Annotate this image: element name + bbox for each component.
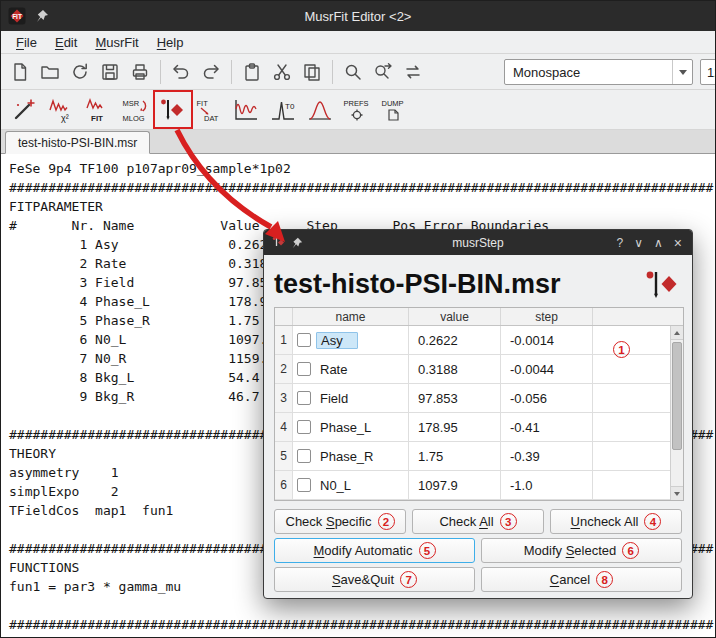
svg-text:MSR: MSR: [122, 99, 139, 108]
row-checkbox[interactable]: [297, 449, 311, 463]
musrview-button[interactable]: [229, 93, 263, 127]
pin-icon[interactable]: [35, 9, 49, 23]
main-toolbar: Monospace 12: [1, 54, 715, 90]
param-step-cell[interactable]: -0.0044: [501, 355, 593, 384]
open-file-button[interactable]: [36, 58, 64, 86]
pin-icon[interactable]: [291, 237, 303, 249]
table-row[interactable]: 3 Field 97.853 -0.056: [275, 384, 683, 413]
row-number: 4: [275, 413, 293, 442]
musrft-button[interactable]: [303, 93, 337, 127]
annotation-badge-6: 6: [622, 542, 639, 559]
dialog-heading-row: test-histo-PSI-BIN.msr: [274, 261, 682, 307]
replace-button[interactable]: [399, 58, 427, 86]
modify-automatic-button[interactable]: Modify Automatic 5: [274, 538, 475, 563]
check-specific-button[interactable]: Check Specific 2: [274, 509, 406, 534]
annotation-badge-4: 4: [644, 513, 661, 530]
param-value-cell[interactable]: 1097.9: [409, 471, 501, 500]
row-checkbox[interactable]: [297, 420, 311, 434]
print-button[interactable]: [126, 58, 154, 86]
param-name: Rate: [316, 361, 351, 378]
menu-file[interactable]: File: [7, 33, 46, 52]
header-step[interactable]: step: [501, 308, 593, 325]
modify-selected-button[interactable]: Modify Selected 6: [481, 538, 682, 563]
param-name-cell[interactable]: N0_L: [293, 471, 409, 500]
musrfit-chi2-button[interactable]: χ²: [44, 93, 78, 127]
shade-button[interactable]: ∨: [634, 236, 643, 250]
param-name-cell[interactable]: Asy: [293, 326, 409, 355]
unshade-button[interactable]: ∧: [654, 236, 663, 250]
param-step-cell[interactable]: -1.0: [501, 471, 593, 500]
table-row[interactable]: 4 Phase_L 178.95 -0.41: [275, 413, 683, 442]
redo-button[interactable]: [197, 58, 225, 86]
musrstep-logo-icon: [644, 268, 680, 300]
row-checkbox[interactable]: [297, 362, 311, 376]
row-checkbox[interactable]: [297, 391, 311, 405]
svg-text:FIT: FIT: [196, 99, 208, 108]
param-value-cell[interactable]: 178.95: [409, 413, 501, 442]
cut-icon: [272, 62, 292, 82]
menu-musrfit[interactable]: MusrFit: [86, 33, 147, 52]
uncheck-all-button[interactable]: Uncheck All 4: [550, 509, 682, 534]
param-step-cell[interactable]: -0.0014: [501, 326, 593, 355]
param-step-cell[interactable]: -0.056: [501, 384, 593, 413]
msr2dat-button[interactable]: FITDAT: [192, 93, 226, 127]
scrollbar-thumb[interactable]: [672, 342, 682, 450]
param-name-cell[interactable]: Phase_R: [293, 442, 409, 471]
param-step-cell[interactable]: -0.39: [501, 442, 593, 471]
header-value[interactable]: value: [409, 308, 501, 325]
chevron-up-icon: [674, 331, 680, 335]
find-next-icon: [373, 62, 393, 82]
save-button[interactable]: [96, 58, 124, 86]
undo-button[interactable]: [167, 58, 195, 86]
window-title: MusrFit Editor <2>: [1, 9, 715, 24]
header-name[interactable]: name: [293, 308, 409, 325]
dump-button[interactable]: DUMP: [377, 93, 411, 127]
musrfit-fit-button[interactable]: FIT: [81, 93, 115, 127]
param-value-cell[interactable]: 0.3188: [409, 355, 501, 384]
row-number: 2: [275, 355, 293, 384]
scroll-up-arrow[interactable]: [671, 326, 683, 340]
dialog-titlebar[interactable]: musrStep ? ∨ ∧ ×: [264, 230, 692, 255]
search-button[interactable]: [339, 58, 367, 86]
musrwiz-button[interactable]: [7, 93, 41, 127]
button-label: Save&Quit: [332, 572, 394, 587]
swap-msr-mlog-button[interactable]: MSRMLOG: [118, 93, 152, 127]
font-size-stepper[interactable]: 12: [700, 59, 716, 85]
menu-edit[interactable]: Edit: [46, 33, 86, 52]
row-checkbox[interactable]: [297, 478, 311, 492]
close-button[interactable]: ×: [674, 235, 682, 251]
font-family-select[interactable]: Monospace: [504, 59, 693, 85]
combo-arrow[interactable]: [672, 60, 692, 84]
param-value-cell[interactable]: 0.2622: [409, 326, 501, 355]
musrstep-mini-icon: [272, 236, 285, 249]
copy-button[interactable]: [298, 58, 326, 86]
param-name-cell[interactable]: Field: [293, 384, 409, 413]
paste-button[interactable]: [238, 58, 266, 86]
prefs-button[interactable]: PREFS: [340, 93, 374, 127]
param-name-cell[interactable]: Phase_L: [293, 413, 409, 442]
scroll-down-arrow[interactable]: [671, 486, 683, 500]
fit-spectrum-icon: FIT: [85, 97, 111, 123]
table-scrollbar[interactable]: [670, 326, 683, 500]
help-button[interactable]: ?: [617, 236, 624, 250]
cut-button[interactable]: [268, 58, 296, 86]
param-step-cell[interactable]: -0.41: [501, 413, 593, 442]
check-all-button[interactable]: Check All 3: [412, 509, 544, 534]
param-value-cell[interactable]: 97.853: [409, 384, 501, 413]
table-row[interactable]: 6 N0_L 1097.9 -1.0: [275, 471, 683, 500]
table-row[interactable]: 5 Phase_R 1.75 -0.39: [275, 442, 683, 471]
save-quit-button[interactable]: Save&Quit 7: [274, 567, 475, 592]
musrt0-button[interactable]: T0: [266, 93, 300, 127]
reload-button[interactable]: [66, 58, 94, 86]
param-value-cell[interactable]: 1.75: [409, 442, 501, 471]
param-name-cell[interactable]: Rate: [293, 355, 409, 384]
table-row[interactable]: 2 Rate 0.3188 -0.0044: [275, 355, 683, 384]
cancel-button[interactable]: Cancel 8: [481, 567, 682, 592]
window-titlebar[interactable]: FIT MusrFit Editor <2>: [1, 1, 715, 31]
tab-msr-file[interactable]: test-histo-PSI-BIN.msr: [5, 131, 150, 154]
find-next-button[interactable]: [369, 58, 397, 86]
menu-musrfit-mnemonic: M: [95, 35, 106, 50]
menu-help[interactable]: Help: [148, 33, 193, 52]
row-checkbox[interactable]: [297, 333, 311, 347]
new-file-button[interactable]: [6, 58, 34, 86]
